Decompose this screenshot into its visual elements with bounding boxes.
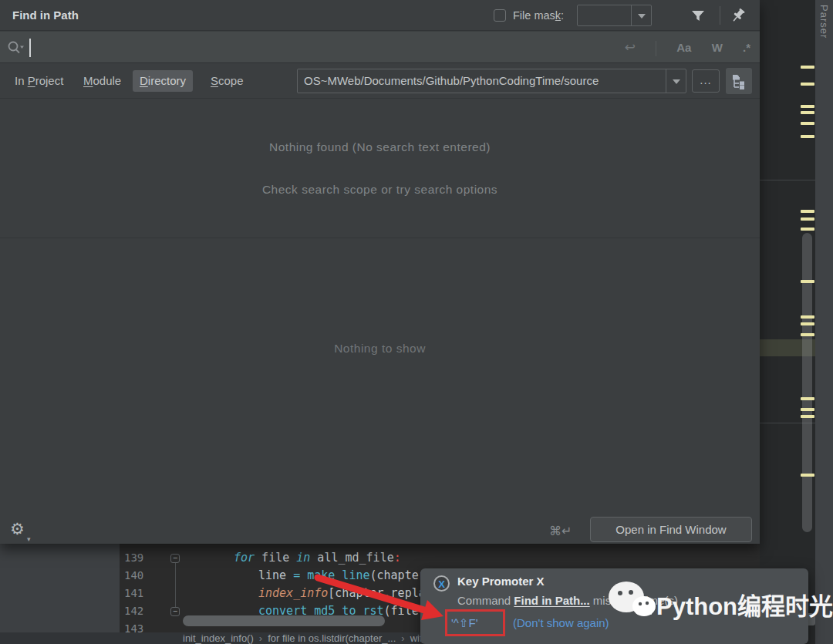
scope-row: In Project Module Directory Scope OS~MWe… [0, 63, 760, 99]
preview-empty-message: Nothing to show [0, 342, 760, 356]
change-marker[interactable] [801, 217, 814, 221]
combo-arrow[interactable] [631, 5, 651, 25]
search-row: ↩ Aa W .* [0, 32, 760, 63]
find-in-path-link[interactable]: Find in Path... [514, 594, 589, 607]
change-marker[interactable] [801, 322, 814, 325]
tool-window-stripe: Parser [815, 0, 833, 644]
settings-gear-icon[interactable]: ⚙▾ [10, 518, 33, 540]
tool-stripe-parser-tab[interactable]: Parser [818, 5, 830, 39]
whole-words-toggle[interactable]: W [712, 41, 723, 54]
scope-tree-button[interactable] [726, 68, 752, 94]
line-number: 142 [124, 602, 155, 620]
search-input[interactable] [34, 32, 620, 63]
breadcrumb-item[interactable]: for file in os.listdir(chapter_... [268, 632, 396, 644]
divider [0, 238, 760, 238]
change-marker[interactable] [801, 315, 814, 319]
directory-path-combo[interactable]: OS~MWeb/Documents/Github/PythonCodingTim… [297, 69, 686, 93]
horizontal-scrollbar[interactable] [183, 615, 385, 626]
dialog-header: Find in Path File mask: [0, 0, 760, 31]
project-panel-fragment [0, 544, 120, 644]
directory-path-value: OS~MWeb/Documents/Github/PythonCodingTim… [304, 69, 660, 93]
change-marker[interactable] [801, 415, 814, 418]
breadcrumb-item[interactable]: init_index_info() [183, 632, 254, 644]
change-marker[interactable] [801, 105, 814, 108]
divider [656, 41, 656, 56]
search-icon[interactable] [6, 39, 26, 57]
background-editor-strip [760, 0, 815, 644]
tab-module[interactable]: Module [76, 70, 128, 92]
change-marker[interactable] [801, 408, 814, 411]
file-mask-label: File mask: [513, 0, 564, 31]
tab-directory[interactable]: Directory [133, 70, 193, 92]
change-marker[interactable] [801, 228, 814, 231]
line-number: 140 [124, 567, 155, 585]
filter-icon[interactable] [689, 7, 707, 25]
file-mask-checkbox[interactable] [494, 9, 506, 22]
file-mask-combo[interactable] [577, 5, 652, 26]
text-caret [29, 39, 31, 57]
browse-button[interactable]: ... [692, 69, 720, 93]
annotation-highlight-box [445, 609, 505, 636]
change-marker[interactable] [801, 280, 814, 283]
key-promoter-icon: X [433, 575, 450, 592]
editor-scrollbar-thumb[interactable] [802, 233, 812, 532]
tab-in-project[interactable]: In Project [8, 70, 70, 92]
notification-title: Key Promoter X [457, 575, 545, 588]
find-in-path-dialog: Find in Path File mask: [0, 0, 760, 544]
tab-scope[interactable]: Scope [204, 70, 251, 92]
shortcut-hint: ⌘↵ [549, 518, 572, 544]
combo-arrow[interactable] [666, 69, 686, 93]
change-marker[interactable] [801, 333, 814, 336]
open-in-find-window-button[interactable]: Open in Find Window [590, 517, 752, 542]
match-case-toggle[interactable]: Aa [676, 41, 691, 54]
line-number: 139 [124, 549, 155, 567]
change-marker[interactable] [801, 83, 814, 86]
search-options: ↩ Aa W .* [608, 32, 750, 63]
change-marker[interactable] [801, 397, 814, 400]
pin-icon[interactable] [728, 5, 748, 25]
watermark: Python编程时光 [604, 577, 658, 625]
dont-show-again-link[interactable]: (Don't show again) [513, 616, 609, 629]
change-marker[interactable] [801, 66, 814, 69]
change-marker[interactable] [801, 474, 814, 477]
newline-icon[interactable]: ↩ [625, 40, 636, 55]
wechat-logo-icon [604, 577, 658, 622]
divider [720, 6, 720, 25]
results-hint-message: Check search scope or try search options [0, 183, 760, 197]
change-marker[interactable] [801, 135, 814, 138]
screen: Parser − − 139for file in all_md_file:14… [0, 0, 833, 644]
code-line[interactable]: 139for file in all_md_file: [120, 549, 760, 567]
regex-toggle[interactable]: .* [743, 41, 750, 54]
dialog-title: Find in Path [12, 0, 79, 31]
change-marker[interactable] [801, 122, 814, 125]
divider [760, 180, 815, 180]
results-empty-message: Nothing found (No search text entered) [0, 140, 760, 154]
change-marker[interactable] [801, 111, 814, 114]
watermark-text: Python编程时光 [656, 587, 833, 622]
change-marker[interactable] [801, 210, 814, 213]
line-number: 141 [124, 585, 155, 602]
